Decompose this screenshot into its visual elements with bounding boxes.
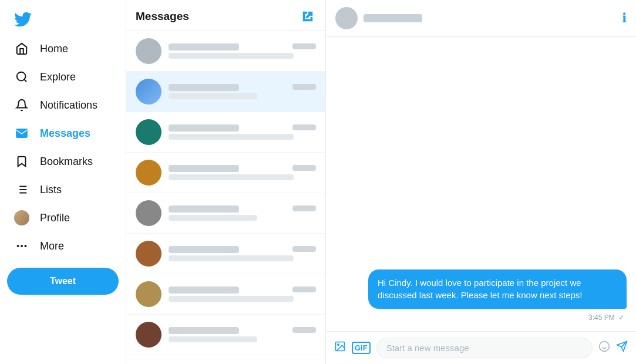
message-input[interactable] (376, 338, 593, 358)
chat-header-user (335, 7, 422, 29)
bell-icon (14, 97, 29, 113)
chat-messages-area: Hi Cindy. I would love to participate in… (326, 37, 636, 331)
chat-input-area: GIF (326, 331, 636, 364)
svg-line-1 (24, 79, 26, 82)
gif-button[interactable]: GIF (352, 342, 371, 355)
svg-point-10 (18, 245, 19, 247)
avatar (136, 322, 161, 348)
list-item[interactable] (126, 234, 325, 274)
list-item[interactable] (126, 315, 325, 355)
contact-name-blurred (169, 43, 239, 50)
message-preview-blurred (169, 174, 294, 180)
sidebar-item-bookmarks-label: Bookmarks (40, 156, 93, 168)
avatar (136, 38, 161, 64)
list-item[interactable] (126, 31, 325, 72)
chat-contact-name-blurred (364, 14, 422, 22)
twitter-logo[interactable] (7, 5, 119, 33)
tweet-button[interactable]: Tweet (7, 268, 119, 295)
messages-icon (14, 126, 29, 141)
sidebar-item-profile[interactable]: Profile (7, 204, 119, 231)
list-item[interactable] (126, 274, 325, 315)
chat-header: ℹ (326, 0, 636, 37)
sidebar-item-lists[interactable]: Lists (7, 176, 119, 203)
avatar (136, 160, 161, 186)
chat-panel: ℹ Hi Cindy. I would love to participate … (326, 0, 636, 364)
send-button[interactable] (616, 341, 628, 355)
outgoing-message-row: Hi Cindy. I would love to participate in… (335, 269, 627, 309)
message-preview-blurred (169, 296, 294, 302)
message-content (169, 124, 316, 140)
new-message-button[interactable] (300, 8, 316, 25)
sidebar-item-profile-label: Profile (40, 212, 70, 224)
message-time-blurred (292, 84, 316, 90)
message-preview-blurred (169, 134, 294, 140)
message-time-blurred (292, 165, 316, 171)
message-preview-blurred (169, 336, 257, 342)
contact-name-blurred (169, 327, 239, 334)
messages-header: Messages (126, 0, 325, 31)
svg-point-9 (25, 245, 26, 247)
message-time-blurred (292, 246, 316, 252)
message-time-blurred (292, 327, 316, 333)
sidebar-item-notifications[interactable]: Notifications (7, 92, 119, 119)
messages-title: Messages (136, 10, 189, 23)
message-content (169, 327, 316, 342)
sidebar-item-home[interactable]: Home (7, 35, 119, 62)
avatar (136, 241, 161, 267)
message-timestamp: 3:45 PM ✓ (335, 314, 627, 322)
sidebar-item-lists-label: Lists (40, 184, 62, 196)
svg-point-0 (17, 72, 26, 81)
message-preview-blurred (169, 215, 257, 221)
svg-point-8 (21, 245, 22, 247)
message-content (169, 246, 316, 261)
twitter-bird-icon (14, 11, 32, 28)
chat-info-button[interactable]: ℹ (622, 11, 627, 26)
list-item[interactable] (126, 153, 325, 193)
image-upload-icon[interactable] (334, 341, 346, 355)
sidebar-item-messages[interactable]: Messages (7, 120, 119, 147)
emoji-button[interactable] (598, 341, 610, 355)
message-preview-blurred (169, 53, 294, 59)
message-content (169, 84, 316, 99)
message-content (169, 287, 316, 302)
sidebar-item-more-label: More (40, 240, 64, 252)
avatar (136, 119, 161, 145)
svg-point-12 (338, 344, 339, 346)
svg-point-13 (600, 342, 610, 352)
messages-panel: Messages (126, 0, 326, 364)
message-time-blurred (292, 43, 316, 49)
profile-avatar-icon (14, 210, 29, 225)
sidebar-item-messages-label: Messages (40, 127, 90, 140)
lists-icon (14, 182, 29, 197)
message-preview-blurred (169, 93, 257, 99)
sidebar-item-explore[interactable]: Explore (7, 63, 119, 90)
home-icon (14, 41, 29, 56)
sidebar-item-explore-label: Explore (40, 71, 76, 83)
message-content (169, 205, 316, 221)
avatar (136, 281, 161, 307)
list-item[interactable] (126, 193, 325, 234)
sidebar-item-bookmarks[interactable]: Bookmarks (7, 148, 119, 175)
sidebar-item-notifications-label: Notifications (40, 99, 97, 112)
chat-header-avatar (335, 7, 358, 29)
contact-name-blurred (169, 124, 239, 132)
message-time-blurred (292, 205, 316, 211)
message-preview-blurred (169, 255, 294, 261)
avatar (136, 79, 161, 105)
message-time-blurred (292, 287, 316, 292)
message-content (169, 43, 316, 59)
bookmark-icon (14, 154, 29, 169)
contact-name-blurred (169, 165, 239, 172)
more-icon (14, 238, 29, 254)
list-item[interactable] (126, 112, 325, 153)
sidebar-nav: Home Explore Notifications (7, 35, 119, 359)
avatar (136, 200, 161, 226)
contact-name-blurred (169, 246, 239, 253)
sidebar-item-home-label: Home (40, 43, 68, 55)
sidebar: Home Explore Notifications (0, 0, 126, 364)
list-item[interactable] (126, 72, 325, 112)
contact-name-blurred (169, 205, 239, 213)
message-time-blurred (292, 124, 316, 130)
chat-bubble: Hi Cindy. I would love to participate in… (368, 269, 627, 309)
sidebar-item-more[interactable]: More (7, 232, 119, 259)
